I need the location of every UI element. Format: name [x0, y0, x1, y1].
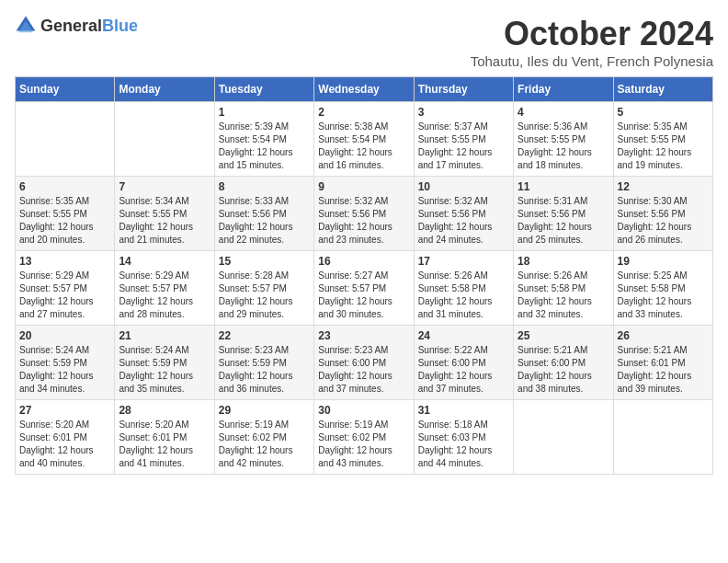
calendar-cell: 2Sunrise: 5:38 AM Sunset: 5:54 PM Daylig…: [314, 102, 414, 177]
day-number: 10: [418, 180, 509, 193]
day-info: Sunrise: 5:19 AM Sunset: 6:02 PM Dayligh…: [318, 419, 409, 470]
calendar-cell: 15Sunrise: 5:28 AM Sunset: 5:57 PM Dayli…: [214, 251, 313, 326]
title-section: October 2024 Tohautu, Iles du Vent, Fren…: [471, 15, 713, 69]
day-info: Sunrise: 5:31 AM Sunset: 5:56 PM Dayligh…: [518, 195, 609, 247]
day-info: Sunrise: 5:25 AM Sunset: 5:58 PM Dayligh…: [618, 270, 709, 321]
day-info: Sunrise: 5:39 AM Sunset: 5:54 PM Dayligh…: [219, 121, 310, 172]
day-number: 30: [318, 404, 409, 417]
week-row-3: 13Sunrise: 5:29 AM Sunset: 5:57 PM Dayli…: [16, 251, 713, 326]
calendar-cell: [16, 102, 115, 177]
day-number: 1: [219, 106, 310, 119]
day-info: Sunrise: 5:38 AM Sunset: 5:54 PM Dayligh…: [318, 121, 409, 172]
day-number: 9: [318, 180, 409, 193]
day-number: 14: [119, 255, 210, 268]
calendar-cell: 26Sunrise: 5:21 AM Sunset: 6:01 PM Dayli…: [613, 326, 712, 400]
day-number: 7: [119, 180, 210, 193]
day-info: Sunrise: 5:33 AM Sunset: 5:56 PM Dayligh…: [219, 195, 310, 247]
day-info: Sunrise: 5:28 AM Sunset: 5:57 PM Dayligh…: [219, 270, 310, 321]
day-number: 26: [618, 329, 709, 342]
day-number: 13: [19, 255, 110, 268]
day-info: Sunrise: 5:21 AM Sunset: 6:00 PM Dayligh…: [518, 344, 609, 396]
day-number: 19: [618, 255, 709, 268]
day-number: 21: [119, 329, 210, 342]
header-friday: Friday: [514, 77, 613, 102]
week-row-1: 1Sunrise: 5:39 AM Sunset: 5:54 PM Daylig…: [16, 102, 713, 177]
day-number: 29: [219, 404, 310, 417]
calendar-cell: 5Sunrise: 5:35 AM Sunset: 5:55 PM Daylig…: [613, 102, 712, 177]
week-row-4: 20Sunrise: 5:24 AM Sunset: 5:59 PM Dayli…: [16, 326, 713, 400]
logo-blue: Blue: [102, 17, 138, 35]
day-info: Sunrise: 5:18 AM Sunset: 6:03 PM Dayligh…: [418, 419, 509, 470]
day-info: Sunrise: 5:32 AM Sunset: 5:56 PM Dayligh…: [318, 195, 409, 247]
day-number: 4: [518, 106, 609, 119]
day-info: Sunrise: 5:20 AM Sunset: 6:01 PM Dayligh…: [19, 419, 110, 470]
week-row-2: 6Sunrise: 5:35 AM Sunset: 5:55 PM Daylig…: [16, 177, 713, 251]
logo: GeneralBlue: [15, 15, 138, 37]
day-info: Sunrise: 5:24 AM Sunset: 5:59 PM Dayligh…: [19, 344, 110, 396]
day-info: Sunrise: 5:23 AM Sunset: 5:59 PM Dayligh…: [219, 344, 310, 396]
day-number: 2: [318, 106, 409, 119]
day-info: Sunrise: 5:35 AM Sunset: 5:55 PM Dayligh…: [19, 195, 110, 247]
calendar-cell: 7Sunrise: 5:34 AM Sunset: 5:55 PM Daylig…: [115, 177, 214, 251]
day-info: Sunrise: 5:26 AM Sunset: 5:58 PM Dayligh…: [418, 270, 509, 321]
day-number: 18: [518, 255, 609, 268]
day-info: Sunrise: 5:21 AM Sunset: 6:01 PM Dayligh…: [618, 344, 709, 396]
calendar-cell: 25Sunrise: 5:21 AM Sunset: 6:00 PM Dayli…: [514, 326, 613, 400]
day-number: 22: [219, 329, 310, 342]
day-number: 16: [318, 255, 409, 268]
day-info: Sunrise: 5:32 AM Sunset: 5:56 PM Dayligh…: [418, 195, 509, 247]
calendar-cell: 18Sunrise: 5:26 AM Sunset: 5:58 PM Dayli…: [514, 251, 613, 326]
calendar-cell: 12Sunrise: 5:30 AM Sunset: 5:56 PM Dayli…: [613, 177, 712, 251]
header-wednesday: Wednesday: [314, 77, 414, 102]
calendar-cell: 14Sunrise: 5:29 AM Sunset: 5:57 PM Dayli…: [115, 251, 214, 326]
month-title: October 2024: [471, 15, 713, 53]
day-info: Sunrise: 5:22 AM Sunset: 6:00 PM Dayligh…: [418, 344, 509, 396]
calendar-cell: [514, 400, 613, 475]
day-info: Sunrise: 5:35 AM Sunset: 5:55 PM Dayligh…: [618, 121, 709, 172]
day-info: Sunrise: 5:23 AM Sunset: 6:00 PM Dayligh…: [318, 344, 409, 396]
week-row-5: 27Sunrise: 5:20 AM Sunset: 6:01 PM Dayli…: [16, 400, 713, 475]
day-number: 20: [19, 329, 110, 342]
calendar-cell: 23Sunrise: 5:23 AM Sunset: 6:00 PM Dayli…: [314, 326, 414, 400]
calendar-cell: 11Sunrise: 5:31 AM Sunset: 5:56 PM Dayli…: [514, 177, 613, 251]
logo-general: General: [40, 17, 102, 35]
day-info: Sunrise: 5:34 AM Sunset: 5:55 PM Dayligh…: [119, 195, 210, 247]
calendar-cell: 21Sunrise: 5:24 AM Sunset: 5:59 PM Dayli…: [115, 326, 214, 400]
calendar-cell: 24Sunrise: 5:22 AM Sunset: 6:00 PM Dayli…: [414, 326, 513, 400]
day-info: Sunrise: 5:29 AM Sunset: 5:57 PM Dayligh…: [119, 270, 210, 321]
day-number: 27: [19, 404, 110, 417]
day-number: 3: [418, 106, 509, 119]
header-thursday: Thursday: [414, 77, 513, 102]
header-tuesday: Tuesday: [214, 77, 313, 102]
day-info: Sunrise: 5:19 AM Sunset: 6:02 PM Dayligh…: [219, 419, 310, 470]
calendar-cell: 1Sunrise: 5:39 AM Sunset: 5:54 PM Daylig…: [214, 102, 313, 177]
calendar-cell: 17Sunrise: 5:26 AM Sunset: 5:58 PM Dayli…: [414, 251, 513, 326]
calendar-cell: 31Sunrise: 5:18 AM Sunset: 6:03 PM Dayli…: [414, 400, 513, 475]
day-number: 15: [219, 255, 310, 268]
calendar-cell: 9Sunrise: 5:32 AM Sunset: 5:56 PM Daylig…: [314, 177, 414, 251]
calendar-cell: 8Sunrise: 5:33 AM Sunset: 5:56 PM Daylig…: [214, 177, 313, 251]
calendar-cell: 13Sunrise: 5:29 AM Sunset: 5:57 PM Dayli…: [16, 251, 115, 326]
day-number: 31: [418, 404, 509, 417]
day-number: 11: [518, 180, 609, 193]
day-number: 24: [418, 329, 509, 342]
calendar-cell: 19Sunrise: 5:25 AM Sunset: 5:58 PM Dayli…: [613, 251, 712, 326]
page-header: GeneralBlue October 2024 Tohautu, Iles d…: [15, 15, 713, 69]
day-info: Sunrise: 5:20 AM Sunset: 6:01 PM Dayligh…: [119, 419, 210, 470]
calendar-cell: 28Sunrise: 5:20 AM Sunset: 6:01 PM Dayli…: [115, 400, 214, 475]
header-saturday: Saturday: [613, 77, 712, 102]
calendar-table: SundayMondayTuesdayWednesdayThursdayFrid…: [15, 76, 713, 475]
day-info: Sunrise: 5:36 AM Sunset: 5:55 PM Dayligh…: [518, 121, 609, 172]
day-info: Sunrise: 5:26 AM Sunset: 5:58 PM Dayligh…: [518, 270, 609, 321]
day-number: 23: [318, 329, 409, 342]
day-number: 12: [618, 180, 709, 193]
day-number: 17: [418, 255, 509, 268]
header-sunday: Sunday: [16, 77, 115, 102]
day-number: 6: [19, 180, 110, 193]
calendar-cell: 4Sunrise: 5:36 AM Sunset: 5:55 PM Daylig…: [514, 102, 613, 177]
calendar-cell: [613, 400, 712, 475]
day-info: Sunrise: 5:37 AM Sunset: 5:55 PM Dayligh…: [418, 121, 509, 172]
day-info: Sunrise: 5:30 AM Sunset: 5:56 PM Dayligh…: [618, 195, 709, 247]
day-info: Sunrise: 5:27 AM Sunset: 5:57 PM Dayligh…: [318, 270, 409, 321]
header-monday: Monday: [115, 77, 214, 102]
